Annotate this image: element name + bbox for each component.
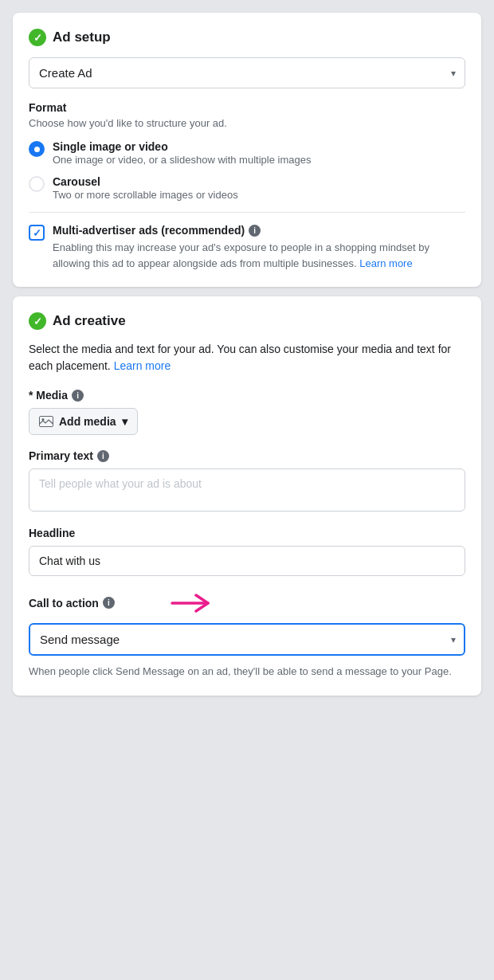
format-label: Format: [29, 101, 465, 114]
cta-row: Call to action i: [29, 589, 465, 623]
pink-arrow-indicator: [124, 589, 212, 620]
headline-label: Headline: [29, 527, 465, 539]
cta-dropdown[interactable]: Send message Learn More Shop Now Sign Up…: [29, 623, 465, 656]
multi-advertiser-checkbox[interactable]: [29, 225, 45, 241]
multi-advertiser-option[interactable]: Multi-advertiser ads (recommended) i Ena…: [29, 224, 465, 271]
create-ad-dropdown[interactable]: Create Ad Use Existing Post: [29, 57, 465, 88]
ad-setup-check-icon: [29, 29, 46, 46]
add-media-arrow-icon: ▾: [122, 415, 127, 428]
primary-text-input[interactable]: [29, 468, 465, 512]
media-image-icon: [39, 416, 53, 427]
create-ad-dropdown-wrapper: Create Ad Use Existing Post ▾: [29, 57, 465, 88]
carousel-radio[interactable]: [29, 176, 45, 192]
cta-description: When people click Send Message on an ad,…: [29, 664, 465, 680]
primary-text-label: Primary text i: [29, 449, 465, 462]
multi-advertiser-label: Multi-advertiser ads (recommended) i: [53, 224, 465, 237]
cta-info-icon[interactable]: i: [103, 597, 115, 609]
multi-advertiser-info-icon[interactable]: i: [249, 225, 261, 237]
single-image-option[interactable]: Single image or video One image or video…: [29, 140, 465, 166]
single-image-radio[interactable]: [29, 141, 45, 157]
carousel-desc: Two or more scrollable images or videos: [53, 189, 238, 201]
ad-creative-check-icon: [29, 312, 46, 330]
cta-dropdown-wrapper: Send message Learn More Shop Now Sign Up…: [29, 623, 465, 656]
add-media-button[interactable]: Add media ▾: [29, 408, 138, 435]
cta-label: Call to action i: [29, 597, 115, 610]
carousel-label: Carousel: [53, 175, 238, 188]
ad-creative-card: Ad creative Select the media and text fo…: [13, 296, 481, 696]
single-image-label: Single image or video: [53, 140, 311, 153]
ad-creative-learn-more-link[interactable]: Learn more: [114, 359, 171, 372]
carousel-option[interactable]: Carousel Two or more scrollable images o…: [29, 175, 465, 201]
ad-setup-title: Ad setup: [29, 29, 465, 46]
media-field-label: * Media i: [29, 389, 465, 402]
ad-creative-description: Select the media and text for your ad. Y…: [29, 341, 465, 374]
ad-setup-card: Ad setup Create Ad Use Existing Post ▾ F…: [13, 13, 481, 287]
media-info-icon[interactable]: i: [72, 390, 84, 402]
multi-advertiser-learn-more-link[interactable]: Learn more: [359, 257, 412, 269]
pink-arrow-icon: [124, 589, 212, 617]
divider: [29, 212, 465, 213]
multi-advertiser-desc: Enabling this may increase your ad's exp…: [53, 240, 465, 271]
format-description: Choose how you'd like to structure your …: [29, 117, 465, 129]
ad-creative-title: Ad creative: [29, 312, 465, 330]
single-image-desc: One image or video, or a slideshow with …: [53, 154, 311, 166]
headline-input[interactable]: [29, 546, 465, 576]
primary-text-info-icon[interactable]: i: [97, 450, 109, 462]
